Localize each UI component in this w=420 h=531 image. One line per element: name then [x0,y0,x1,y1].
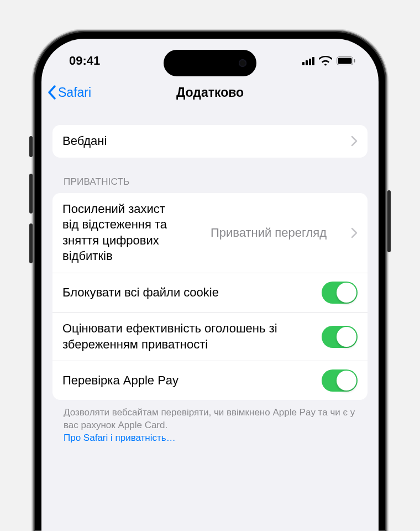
privacy-header: ПРИВАТНІСТЬ [53,158,368,193]
apple-pay-label: Перевірка Apple Pay [62,373,322,389]
ad-measurement-label: Оцінювати ефективність оголошень зі збер… [62,321,322,352]
apple-pay-toggle[interactable] [322,369,358,392]
block-cookies-label: Блокувати всі файли cookie [62,285,322,301]
wifi-icon [319,56,332,66]
block-cookies-row: Блокувати всі файли cookie [53,273,368,312]
dynamic-island [164,50,256,76]
back-button[interactable]: Safari [47,85,91,100]
volume-up-button [29,174,33,214]
ad-measurement-toggle[interactable] [322,326,358,348]
svg-rect-2 [354,59,355,63]
tracking-label: Посилений захист від відстеження та знят… [62,201,190,264]
tracking-value: Приватний перегляд [211,226,327,240]
webdata-label: Вебдані [62,133,351,149]
battery-icon [337,56,355,65]
footer-text: Дозволяти вебсайтам перевіряти, чи ввімк… [64,407,355,430]
ad-measurement-row: Оцінювати ефективність оголошень зі збер… [53,312,368,361]
navigation-bar: Safari Додатково [41,76,379,108]
iphone-frame: 09:41 Safari [34,31,386,531]
block-cookies-toggle[interactable] [322,282,358,304]
apple-pay-check-row: Перевірка Apple Pay [53,361,368,400]
volume-button [29,136,33,157]
power-button [387,190,391,252]
chevron-right-icon [351,136,358,147]
status-time: 09:41 [69,54,100,68]
page-title: Додатково [176,85,244,100]
privacy-learn-more-link[interactable]: Про Safari і приватність… [64,433,176,443]
screen: 09:41 Safari [41,39,379,531]
privacy-footer: Дозволяти вебсайтам перевіряти, чи ввімк… [53,400,368,445]
cellular-icon [302,56,314,65]
webdata-row[interactable]: Вебдані [53,125,368,158]
chevron-left-icon [47,85,57,100]
volume-down-button [29,223,33,263]
tracking-protection-row[interactable]: Посилений захист від відстеження та знят… [53,193,368,273]
webdata-group: Вебдані [53,125,368,158]
svg-rect-1 [338,58,352,64]
back-label: Safari [58,85,91,100]
chevron-right-icon [351,227,358,238]
privacy-group: Посилений захист від відстеження та знят… [53,193,368,400]
